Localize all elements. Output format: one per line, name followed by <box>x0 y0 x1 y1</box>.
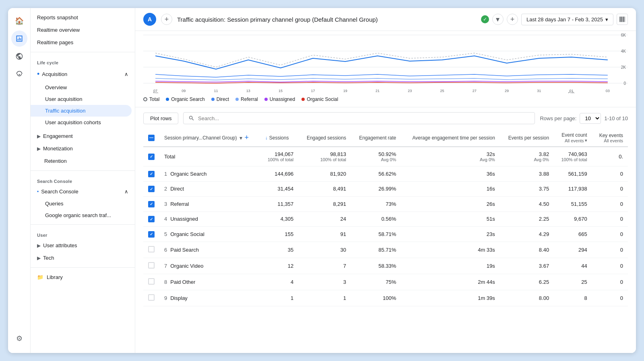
row-5-checkbox[interactable] <box>148 231 155 238</box>
search-console-header[interactable]: • Search Console ∧ <box>31 185 135 198</box>
monetization-header[interactable]: ▶ Monetization <box>31 142 135 155</box>
svg-text:27: 27 <box>473 89 477 93</box>
row-3-avg-time: 26s <box>401 197 500 212</box>
row-4-event-count: 9,670 <box>554 211 592 227</box>
sidebar-item-reports-snapshot[interactable]: Reports snapshot <box>31 11 132 24</box>
key-events-label: Key events <box>599 133 623 138</box>
row-8-sessions: 4 <box>260 274 298 290</box>
event-count-header[interactable]: Event count All events ▾ <box>554 129 592 147</box>
row-8-checkbox[interactable] <box>148 278 155 285</box>
row-6-engaged: 30 <box>298 242 351 258</box>
engagement-rate-header[interactable]: Engagement rate <box>351 129 401 147</box>
sidebar-item-overview[interactable]: Overview <box>31 82 132 93</box>
sessions-label: Sessions <box>269 135 289 141</box>
total-eng-rate-value: 50.92% <box>378 151 396 157</box>
user-attributes-header[interactable]: ▶ User attributes <box>31 239 135 252</box>
total-checkbox-cell[interactable] <box>143 147 159 166</box>
settings-icon[interactable]: ⚙ <box>11 330 27 347</box>
row-6-sessions: 35 <box>260 242 298 258</box>
engaged-sessions-header[interactable]: Engaged sessions <box>298 129 351 147</box>
sidebar-item-realtime-pages[interactable]: Realtime pages <box>31 36 132 49</box>
svg-text:17: 17 <box>311 89 315 93</box>
total-checkbox[interactable] <box>148 154 155 160</box>
row-4-key-events: 0 <box>592 211 628 227</box>
direct-legend-icon <box>211 98 215 101</box>
date-range-button[interactable]: Last 28 days Jan 7 - Feb 3, 2025 ▾ <box>521 14 613 25</box>
legend-unassigned[interactable]: Unassigned <box>264 96 295 102</box>
view-toggle-button[interactable] <box>617 14 628 25</box>
event-count-filter[interactable]: All events ▾ <box>565 138 587 143</box>
row-3-checkbox[interactable] <box>148 201 155 207</box>
rows-per-page-select[interactable]: 10 25 50 <box>580 113 601 124</box>
svg-text:Jan: Jan <box>153 91 159 93</box>
row-1-num: 1 <box>164 171 167 177</box>
total-event-count: 740,963 100% of total <box>554 147 592 166</box>
antenna-icon[interactable] <box>11 66 27 82</box>
row-1-events-per: 3.88 <box>500 166 554 182</box>
sessions-header[interactable]: ↓ Sessions <box>260 129 298 147</box>
row-9-checkbox[interactable] <box>148 294 155 301</box>
row-1-checkbox[interactable] <box>148 171 155 177</box>
select-all-checkbox-header[interactable] <box>143 129 159 147</box>
reports-icon[interactable] <box>11 31 27 47</box>
row-7-event-count: 44 <box>554 258 592 274</box>
row-6-checkbox[interactable] <box>148 246 155 252</box>
dimension-col-label: Session primary...Channel Group) <box>164 135 237 141</box>
search-console-expand-icon: • <box>37 189 39 195</box>
plot-rows-button[interactable]: Plot rows <box>143 113 178 124</box>
sidebar-item-user-acquisition-cohorts[interactable]: User acquisition cohorts <box>31 117 132 128</box>
row-1-avg-time: 36s <box>401 166 500 182</box>
organic-social-legend-label: Organic Social <box>307 96 338 102</box>
sidebar-item-traffic-acquisition[interactable]: Traffic acquisition <box>31 105 132 117</box>
sidebar-item-google-organic[interactable]: Google organic search traf... <box>31 209 132 221</box>
add-dimension-button[interactable]: + <box>245 133 249 142</box>
sidebar-item-queries[interactable]: Queries <box>31 198 132 209</box>
library-label: Library <box>47 274 63 280</box>
sidebar-item-library[interactable]: 📁 Library <box>31 271 132 283</box>
legend-organic-social[interactable]: Organic Social <box>301 96 338 102</box>
row-4-avg-time: 51s <box>401 211 500 227</box>
dimension-dropdown-icon[interactable]: ▾ <box>239 135 242 141</box>
select-all-checkbox[interactable] <box>148 135 155 141</box>
total-avg-time: 32s Avg 0% <box>401 147 500 166</box>
search-input[interactable] <box>198 115 530 121</box>
row-6-eng-rate: 85.71% <box>351 242 401 258</box>
total-eng-rate: 50.92% Avg 0% <box>351 147 401 166</box>
sidebar-item-realtime-overview[interactable]: Realtime overview <box>31 24 132 36</box>
events-per-session-header[interactable]: Events per session <box>500 129 554 147</box>
row-4-checkbox[interactable] <box>148 216 155 222</box>
home-icon[interactable]: 🏠 <box>11 13 27 29</box>
row-2-engaged: 8,491 <box>298 181 351 197</box>
add-comparison-button[interactable]: + <box>507 14 518 25</box>
avg-engagement-header[interactable]: Average engagement time per session <box>401 129 500 147</box>
row-5-sessions: 155 <box>260 227 298 242</box>
dimension-header[interactable]: Session primary...Channel Group) ▾ + <box>159 129 260 147</box>
realtime-pages-label: Realtime pages <box>37 39 73 45</box>
legend-referral[interactable]: Referral <box>235 96 258 102</box>
row-6-event-count: 294 <box>554 242 592 258</box>
row-7-key-events: 0 <box>592 258 628 274</box>
sidebar-item-user-acquisition[interactable]: User acquisition <box>31 93 132 105</box>
explore-icon[interactable] <box>11 48 27 64</box>
add-report-button[interactable]: + <box>161 14 172 25</box>
key-events-header[interactable]: Key events All events <box>592 129 628 147</box>
row-9-label: Display <box>170 295 188 301</box>
svg-text:0: 0 <box>623 81 626 86</box>
total-events-per-value: 3.82 <box>539 151 549 157</box>
row-3-num: 3 <box>164 201 167 207</box>
legend-organic-search[interactable]: Organic Search <box>166 96 204 102</box>
row-7-checkbox[interactable] <box>148 262 155 269</box>
pagination-label: 1-10 of 10 <box>604 115 628 121</box>
header-dropdown-button[interactable]: ▾ <box>492 14 504 25</box>
tech-header[interactable]: ▶ Tech <box>31 252 135 264</box>
row-2-checkbox[interactable] <box>148 186 155 192</box>
acquisition-header[interactable]: • Acquisition ∧ <box>31 67 135 82</box>
rows-per-page: Rows per page: 10 25 50 1-10 of 10 <box>540 113 628 124</box>
retention-header[interactable]: Retention <box>31 155 135 167</box>
legend-total[interactable]: Total <box>143 96 159 102</box>
direct-legend-label: Direct <box>217 96 229 102</box>
row-6-key-events: 0 <box>592 242 628 258</box>
legend-direct[interactable]: Direct <box>211 96 229 102</box>
chart-area: 6K 4K 2K 0 07 Jan 09 11 13 15 17 19 21 2… <box>135 31 636 107</box>
engagement-header[interactable]: ▶ Engagement <box>31 130 135 142</box>
